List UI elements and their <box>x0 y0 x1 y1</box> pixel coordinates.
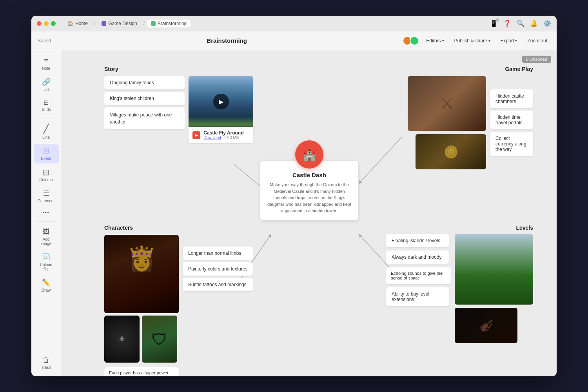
sidebar-divider-2 <box>37 221 56 222</box>
character-traits: Longer than normal limbs Painterly color… <box>183 235 253 376</box>
todo-icon: ⊟ <box>44 99 49 106</box>
sidebar-item-board[interactable]: ⊞ Board <box>34 144 59 163</box>
char-card-2[interactable]: Painterly colors and textures <box>183 262 253 276</box>
zoom-out-button[interactable]: Zoom out <box>524 36 550 45</box>
app-body: ≡ Note 🔗 Link ⊟ To-do ╱ Line ⊞ Board ▤ <box>31 50 557 376</box>
add-image-icon: 🖼 <box>43 228 50 236</box>
line-icon: ╱ <box>44 124 49 134</box>
ability-card[interactable]: Ability to buy level extensions <box>386 287 449 306</box>
note-icon: ≡ <box>44 57 48 65</box>
story-label: Story <box>104 66 253 72</box>
echo-card[interactable]: Echoing sounds to give the sense of spac… <box>386 267 451 284</box>
gameplay-card-1[interactable]: Hidden castle chambers <box>490 89 533 108</box>
video-size: · 28.3 MB <box>222 136 239 140</box>
center-circle: 🏰 <box>295 140 323 169</box>
sidebar-item-comment[interactable]: ☰ Comment <box>34 186 59 206</box>
sidebar-item-todo[interactable]: ⊟ To-do <box>34 96 59 114</box>
titlebar: 🏠 Home / Game Design / Brainstorming 📱0 … <box>31 16 557 31</box>
titlebar-icons: 📱0 ❓ 🔍 🔔 ⚙️ <box>490 20 551 27</box>
sidebar-item-note[interactable]: ≡ Note <box>34 54 59 73</box>
tab-game-design[interactable]: Game Design <box>98 20 141 27</box>
publish-button[interactable]: Publish & share ▾ <box>451 36 494 45</box>
sidebar: ≡ Note 🔗 Link ⊟ To-do ╱ Line ⊞ Board ▤ <box>31 50 61 376</box>
editor-avatars <box>403 36 419 45</box>
gameplay-label: Game Play <box>408 66 533 72</box>
characters-section: Characters ᛭ 🛡 Each player has a super p… <box>104 225 269 376</box>
sidebar-item-link[interactable]: 🔗 Link <box>34 75 59 94</box>
superpower-card[interactable]: Each player has a super power <box>104 367 179 376</box>
story-card-3[interactable]: Villages make peace with one another <box>104 107 185 129</box>
sidebar-item-add-image[interactable]: 🖼 Add image <box>34 225 59 249</box>
help-icon[interactable]: ❓ <box>503 20 511 27</box>
video-file-icon: ▶ <box>192 131 200 139</box>
board-icon: ⊞ <box>43 147 49 155</box>
search-icon[interactable]: 🔍 <box>517 20 524 27</box>
meadow-image <box>455 234 533 305</box>
sidebar-item-more[interactable]: ••• <box>34 207 59 218</box>
trash-icon: 🗑 <box>43 356 50 364</box>
characters-label: Characters <box>104 225 269 231</box>
tab-home[interactable]: 🏠 Home <box>64 20 92 27</box>
app-header: Saved Brainstorming Editors ▾ Publish & … <box>31 31 557 50</box>
levels-cards: Floating islands / levels Always dark an… <box>386 234 451 343</box>
sidebar-item-trash[interactable]: 🗑 Trash <box>34 353 59 372</box>
gameplay-card-2[interactable]: Hidden time travel portals <box>490 111 533 129</box>
center-node: 🏰 Castle Dash Make your way through the … <box>260 140 358 220</box>
center-card[interactable]: Castle Dash Make your way through the Go… <box>260 161 358 220</box>
draw-icon: ✏️ <box>42 278 51 287</box>
tab-brainstorming[interactable]: Brainstorming <box>147 20 191 27</box>
comment-icon: ☰ <box>43 189 49 198</box>
video-title: Castle Fly Around <box>203 130 243 136</box>
saved-status: Saved <box>38 38 51 44</box>
video-info: ▶ Castle Fly Around Download · 28.3 MB <box>189 127 253 143</box>
notification-icon[interactable]: 🔔 <box>530 20 538 27</box>
settings-icon[interactable]: ⚙️ <box>543 20 551 27</box>
sidebar-item-upload[interactable]: 📄 Upload file <box>34 250 59 274</box>
sidebar-item-draw[interactable]: ✏️ Draw <box>34 276 59 295</box>
page-title: Brainstorming <box>51 37 403 44</box>
story-section: Story Ongoing family feuds King's stolen… <box>104 66 253 143</box>
tab-bar: 🏠 Home / Game Design / Brainstorming <box>64 20 191 27</box>
story-card-2[interactable]: King's stolen children <box>104 92 185 105</box>
unsorted-badge: 0 Unsorted <box>522 56 551 63</box>
column-icon: ▤ <box>43 168 49 176</box>
char-card-3[interactable]: Subtle tattoos and markings <box>183 278 253 291</box>
gameplay-section: Game Play Hidden castle chambers Hidden … <box>408 66 533 169</box>
story-cards: Ongoing family feuds King's stolen child… <box>104 76 185 143</box>
dark-image <box>455 308 517 343</box>
download-link[interactable]: Download <box>203 136 221 140</box>
levels-card-1[interactable]: Floating islands / levels <box>386 234 449 247</box>
sidebar-divider-1 <box>37 118 56 118</box>
coins-image <box>416 134 486 169</box>
rune-image: ᛭ <box>104 316 140 363</box>
story-video-card[interactable]: ▶ ▶ Castle Fly Around Download · 28.3 MB <box>189 76 253 143</box>
close-button[interactable] <box>37 21 42 26</box>
svg-line-1 <box>359 136 402 183</box>
warrior-image <box>408 76 486 131</box>
characters-images: ᛭ 🛡 Each player has a super power <box>104 235 179 376</box>
character-main-image <box>104 235 179 313</box>
link-icon: 🔗 <box>42 78 51 86</box>
mobile-icon[interactable]: 📱0 <box>490 20 498 27</box>
story-card-1[interactable]: Ongoing family feuds <box>104 76 185 89</box>
header-actions: Editors ▾ Publish & share ▾ Export ▾ Zoo… <box>403 36 550 45</box>
center-title: Castle Dash <box>267 172 352 178</box>
video-thumbnail: ▶ <box>189 76 253 127</box>
export-button[interactable]: Export ▾ <box>497 36 521 45</box>
canvas: 0 Unsorted Story <box>61 50 557 376</box>
gameplay-card-3[interactable]: Collect currency along the way <box>490 132 533 156</box>
sidebar-item-column[interactable]: ▤ Column <box>34 165 59 185</box>
more-icon: ••• <box>42 210 50 216</box>
app-window: 🏠 Home / Game Design / Brainstorming 📱0 … <box>31 16 557 376</box>
sidebar-item-line[interactable]: ╱ Line <box>34 121 59 142</box>
fullscreen-button[interactable] <box>51 21 56 26</box>
traffic-lights <box>37 21 56 26</box>
minimize-button[interactable] <box>44 21 49 26</box>
play-button[interactable]: ▶ <box>213 94 229 109</box>
shield-image: 🛡 <box>142 316 177 363</box>
upload-icon: 📄 <box>42 253 51 261</box>
editors-button[interactable]: Editors ▾ <box>423 36 447 45</box>
levels-card-2[interactable]: Always dark and moody <box>386 250 449 264</box>
center-description: Make your way through the Gozom to the M… <box>267 181 352 214</box>
char-card-1[interactable]: Longer than normal limbs <box>183 247 253 260</box>
